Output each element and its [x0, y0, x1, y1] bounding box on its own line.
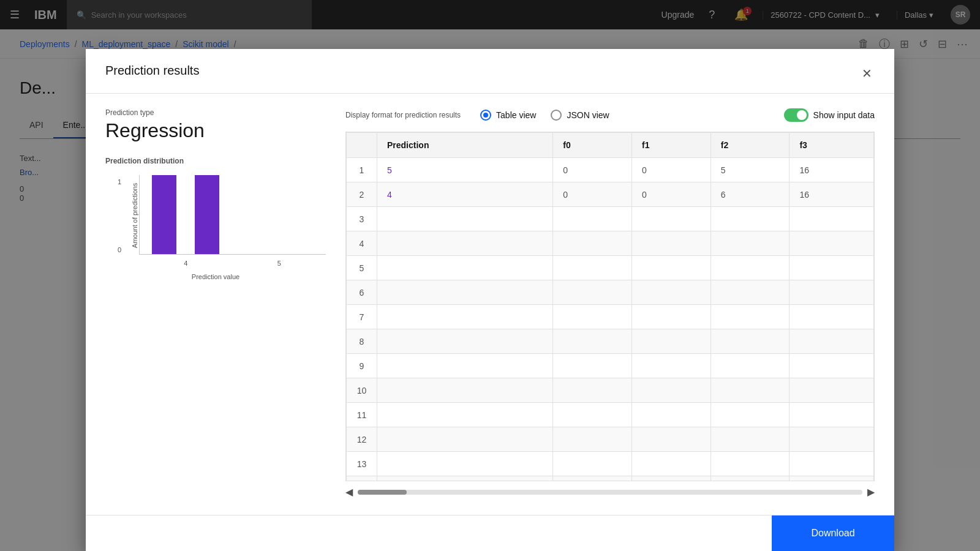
table-view-radio-circle — [480, 110, 491, 121]
cell-f2: 5 — [710, 158, 790, 182]
show-input-label: Show input data — [813, 110, 875, 120]
cell-f1: 0 — [632, 182, 711, 207]
chart-bars-area — [139, 175, 326, 222]
cell-f3 — [790, 207, 874, 223]
cell-row-num: 2 — [347, 182, 377, 207]
left-panel: Prediction type Regression Prediction di… — [105, 108, 326, 222]
view-radio-group: Table view JSON view — [480, 110, 609, 121]
modal-close-button[interactable]: ✕ — [859, 64, 875, 83]
table-row: 3 — [347, 207, 874, 223]
table-view-label: Table view — [496, 110, 536, 120]
col-header-num — [347, 133, 377, 158]
toggle-switch[interactable] — [784, 108, 809, 122]
prediction-type-label: Prediction type — [105, 108, 326, 117]
cell-f0: 0 — [553, 158, 632, 182]
cell-row-num: 1 — [347, 158, 377, 182]
cell-f2 — [710, 207, 790, 223]
cell-f1 — [632, 207, 711, 223]
cell-prediction — [377, 207, 553, 223]
col-header-f1: f1 — [632, 133, 711, 158]
cell-prediction: 4 — [377, 182, 553, 207]
col-header-f0: f0 — [553, 133, 632, 158]
modal-body: Prediction type Regression Prediction di… — [86, 94, 894, 222]
json-view-radio[interactable]: JSON view — [551, 110, 609, 121]
modal-title: Prediction results — [105, 64, 199, 78]
chart-y-title: Amount of predictions — [131, 183, 138, 222]
col-header-f2: f2 — [710, 133, 790, 158]
display-format-label: Display format for prediction results — [345, 111, 461, 119]
table-view-radio[interactable]: Table view — [480, 110, 536, 121]
cell-f3: 16 — [790, 182, 874, 207]
show-input-toggle[interactable]: Show input data — [784, 108, 875, 122]
chart-bar-1 — [152, 175, 176, 222]
json-view-label: JSON view — [567, 110, 609, 120]
table-scroll[interactable]: Prediction f0 f1 f2 f3 15005162400616345… — [346, 132, 874, 222]
json-view-radio-circle — [551, 110, 562, 121]
table-wrapper: Prediction f0 f1 f2 f3 15005162400616345… — [345, 132, 875, 222]
prediction-results-modal: Prediction results ✕ Prediction type Reg… — [86, 49, 894, 222]
chart-bar-2 — [195, 175, 219, 222]
cell-f2: 6 — [710, 182, 790, 207]
cell-f1: 0 — [632, 158, 711, 182]
col-header-f3: f3 — [790, 133, 874, 158]
modal-header: Prediction results ✕ — [86, 49, 894, 94]
modal-overlay: Prediction results ✕ Prediction type Reg… — [0, 0, 980, 222]
col-header-prediction: Prediction — [377, 133, 553, 158]
table-body: 150051624006163456789101112131415 — [347, 158, 874, 223]
prediction-dist-label: Prediction distribution — [105, 157, 326, 165]
cell-prediction: 5 — [377, 158, 553, 182]
table-header-row: Prediction f0 f1 f2 f3 — [347, 133, 874, 158]
prediction-type-value: Regression — [105, 119, 326, 142]
table-row: 2400616 — [347, 182, 874, 207]
cell-row-num: 3 — [347, 207, 377, 223]
right-panel: Display format for prediction results Ta… — [345, 108, 875, 222]
cell-f3: 16 — [790, 158, 874, 182]
cell-f0 — [553, 207, 632, 223]
table-row: 1500516 — [347, 158, 874, 182]
display-format-row: Display format for prediction results Ta… — [345, 108, 875, 122]
prediction-table: Prediction f0 f1 f2 f3 15005162400616345… — [346, 132, 874, 222]
cell-f0: 0 — [553, 182, 632, 207]
chart-y-label-1: 1 — [118, 178, 121, 186]
